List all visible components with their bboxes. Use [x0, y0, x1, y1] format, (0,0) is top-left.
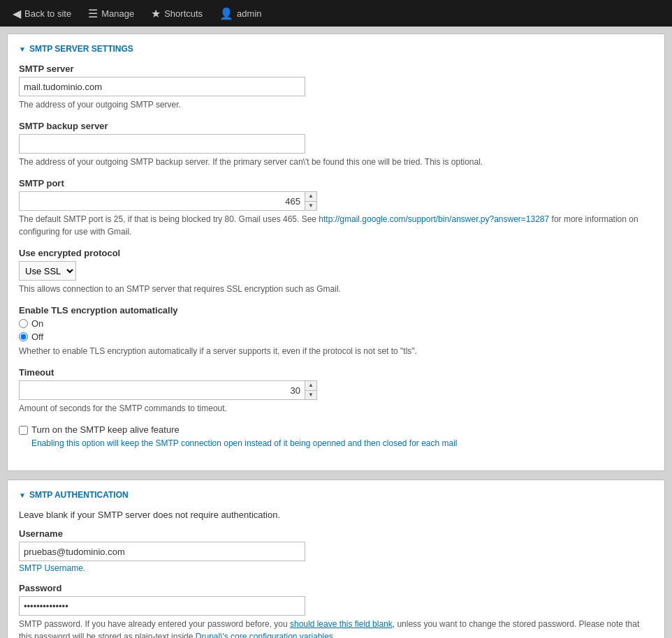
tls-radio-group: On Off: [19, 318, 653, 342]
shortcuts-button[interactable]: ★ Shortcuts: [144, 4, 210, 23]
smtp-auth-section: ▼ SMTP AUTHENTICATION Leave blank if you…: [7, 480, 665, 638]
password-label: Password: [19, 583, 653, 593]
shortcuts-label: Shortcuts: [164, 8, 203, 19]
manage-label: Manage: [101, 8, 134, 19]
smtp-port-hint: The default SMTP port is 25, if that is …: [19, 213, 653, 238]
password-hint-link-drupal[interactable]: Drupal\'s core configuration variables: [196, 632, 333, 638]
timeout-decrement[interactable]: ▼: [305, 391, 316, 400]
manage-button[interactable]: ☰ Manage: [81, 4, 141, 23]
encrypted-protocol-field-group: Use encrypted protocol Off Use SSL Use T…: [19, 248, 653, 295]
smtp-backup-server-field-group: SMTP backup server The address of your o…: [19, 121, 653, 168]
timeout-increment[interactable]: ▲: [305, 381, 316, 391]
smtp-server-section: ▼ SMTP SERVER SETTINGS SMTP server The a…: [7, 34, 665, 471]
smtp-auth-section-title: ▼ SMTP AUTHENTICATION: [19, 490, 653, 500]
manage-icon: ☰: [88, 7, 98, 20]
main-content: ▼ SMTP SERVER SETTINGS SMTP server The a…: [0, 27, 672, 638]
timeout-input[interactable]: [19, 380, 305, 400]
smtp-server-input[interactable]: [19, 77, 305, 96]
username-hint: SMTP Username.: [19, 563, 653, 573]
encrypted-protocol-label: Use encrypted protocol: [19, 248, 653, 258]
password-hint-link-should[interactable]: should leave this field blank: [290, 619, 393, 629]
username-field-group: Username SMTP Username.: [19, 528, 653, 573]
keep-alive-checkbox[interactable]: [19, 426, 28, 435]
tls-off-radio-label[interactable]: Off: [19, 332, 653, 342]
smtp-backup-server-label: SMTP backup server: [19, 121, 653, 131]
timeout-label: Timeout: [19, 367, 653, 378]
password-hint: SMTP password. If you have already enter…: [19, 618, 653, 638]
username-label: Username: [19, 528, 653, 539]
timeout-hint: Amount of seconds for the SMTP commands …: [19, 402, 653, 415]
back-to-site-button[interactable]: ◀ Back to site: [6, 4, 78, 23]
back-to-site-label: Back to site: [24, 8, 71, 19]
shortcuts-icon: ★: [151, 7, 161, 20]
username-input[interactable]: [19, 542, 305, 561]
smtp-server-label: SMTP server: [19, 64, 653, 74]
timeout-spinner-buttons: ▲ ▼: [305, 380, 317, 400]
admin-icon: 👤: [219, 7, 233, 20]
smtp-port-increment[interactable]: ▲: [305, 192, 316, 202]
tls-encryption-field-group: Enable TLS encryption automatically On O…: [19, 305, 653, 357]
encrypted-protocol-hint: This allows connection to an SMTP server…: [19, 283, 653, 295]
tls-on-radio-label[interactable]: On: [19, 318, 653, 329]
smtp-server-field-group: SMTP server The address of your outgoing…: [19, 64, 653, 111]
smtp-backup-server-hint: The address of your outgoing SMTP backup…: [19, 156, 653, 168]
section-collapse-icon: ▼: [19, 45, 26, 53]
smtp-server-section-title: ▼ SMTP SERVER SETTINGS: [19, 44, 653, 54]
smtp-port-input[interactable]: [19, 191, 305, 211]
tls-off-radio[interactable]: [19, 332, 28, 341]
smtp-server-hint: The address of your outgoing SMTP server…: [19, 98, 653, 111]
admin-button[interactable]: 👤 admin: [212, 4, 268, 23]
tls-hint: Whether to enable TLS encryption automat…: [19, 345, 653, 357]
auth-section-collapse-icon: ▼: [19, 491, 26, 499]
timeout-spinner: ▲ ▼: [19, 380, 653, 400]
smtp-port-spinner-buttons: ▲ ▼: [305, 191, 317, 211]
smtp-port-spinner: ▲ ▼: [19, 191, 653, 211]
timeout-field-group: Timeout ▲ ▼ Amount of seconds for the SM…: [19, 367, 653, 415]
keep-alive-checkbox-label[interactable]: Turn on the SMTP keep alive feature: [19, 424, 653, 435]
keep-alive-field-group: Turn on the SMTP keep alive feature Enab…: [19, 424, 653, 450]
admin-label: admin: [237, 8, 261, 19]
smtp-port-decrement[interactable]: ▼: [305, 202, 316, 211]
back-arrow-icon: ◀: [13, 7, 21, 20]
auth-intro: Leave blank if your SMTP server does not…: [19, 510, 653, 520]
keep-alive-hint: Enabling this option will keep the SMTP …: [31, 437, 653, 450]
smtp-port-field-group: SMTP port ▲ ▼ The default SMTP port is 2…: [19, 178, 653, 238]
encrypted-protocol-select[interactable]: Off Use SSL Use TLS: [19, 261, 76, 281]
password-input[interactable]: [19, 596, 305, 616]
tls-on-radio[interactable]: [19, 319, 28, 328]
smtp-backup-server-input[interactable]: [19, 134, 305, 154]
smtp-port-link[interactable]: http://gmail.google.com/support/bin/answ…: [319, 214, 549, 224]
topbar: ◀ Back to site ☰ Manage ★ Shortcuts 👤 ad…: [0, 0, 672, 27]
tls-encryption-label: Enable TLS encryption automatically: [19, 305, 653, 316]
smtp-port-label: SMTP port: [19, 178, 653, 188]
password-field-group: Password SMTP password. If you have alre…: [19, 583, 653, 638]
